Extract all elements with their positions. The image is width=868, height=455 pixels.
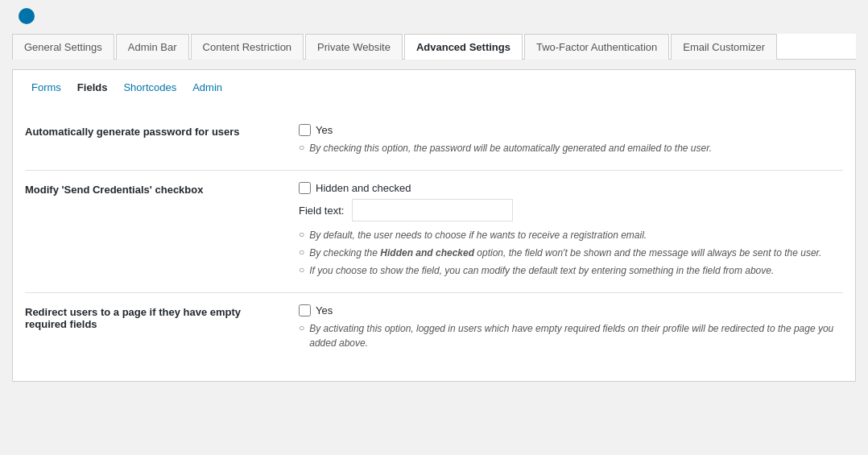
desc-list-auto-password: ○By checking this option, the password w… xyxy=(299,141,843,155)
desc-bullet-send-credentials-1: ○ xyxy=(299,246,304,258)
settings-control-auto-password: Yes○By checking this option, the passwor… xyxy=(299,124,843,159)
top-tab-general[interactable]: General Settings xyxy=(12,34,114,60)
checkbox-send-credentials[interactable] xyxy=(299,182,311,194)
help-icon[interactable] xyxy=(19,8,35,24)
checkbox-label-redirect-empty-fields: Yes xyxy=(316,304,333,316)
checkbox-label-auto-password: Yes xyxy=(316,124,333,136)
top-tab-private-website[interactable]: Private Website xyxy=(305,34,403,60)
checkbox-label-send-credentials: Hidden and checked xyxy=(316,182,411,194)
desc-bold-send-credentials-1: Hidden and checked xyxy=(380,247,474,259)
desc-text-send-credentials-2: If you choose to show the field, you can… xyxy=(309,263,774,278)
sub-tab-admin[interactable]: Admin xyxy=(186,78,229,97)
settings-row-redirect-empty-fields: Redirect users to a page if they have em… xyxy=(25,292,843,365)
top-tab-advanced-settings[interactable]: Advanced Settings xyxy=(404,34,523,60)
settings-label-auto-password: Automatically generate password for user… xyxy=(25,124,299,138)
field-text-input-send-credentials[interactable] xyxy=(352,199,513,221)
top-tab-content-restriction[interactable]: Content Restriction xyxy=(191,34,304,60)
desc-bullet-send-credentials-0: ○ xyxy=(299,229,304,240)
checkbox-row-send-credentials: Hidden and checked xyxy=(299,182,843,194)
desc-bullet-send-credentials-2: ○ xyxy=(299,264,304,275)
desc-text-send-credentials-1: By checking the Hidden and checked optio… xyxy=(309,246,821,260)
checkbox-row-redirect-empty-fields: Yes xyxy=(299,304,843,316)
settings-row-auto-password: Automatically generate password for user… xyxy=(25,113,843,170)
desc-item-auto-password-0: ○By checking this option, the password w… xyxy=(299,141,843,155)
desc-bullet-redirect-empty-fields-0: ○ xyxy=(299,322,304,333)
desc-item-send-credentials-2: ○If you choose to show the field, you ca… xyxy=(299,263,843,278)
top-tabs-bar: General SettingsAdmin BarContent Restric… xyxy=(12,34,856,60)
sub-tabs-bar: FormsFieldsShortcodesAdmin xyxy=(25,78,843,97)
sub-tab-shortcodes[interactable]: Shortcodes xyxy=(117,78,183,97)
field-text-row-send-credentials: Field text: xyxy=(299,199,843,221)
checkbox-auto-password[interactable] xyxy=(299,124,311,136)
desc-list-send-credentials: ○By default, the user needs to choose if… xyxy=(299,228,843,278)
desc-item-send-credentials-0: ○By default, the user needs to choose if… xyxy=(299,228,843,242)
desc-item-redirect-empty-fields-0: ○By activating this option, logged in us… xyxy=(299,321,843,350)
settings-control-send-credentials: Hidden and checkedField text:○By default… xyxy=(299,182,843,281)
settings-label-send-credentials: Modify 'Send Credentials' checkbox xyxy=(25,182,299,196)
desc-bullet-auto-password-0: ○ xyxy=(299,142,304,153)
settings-control-redirect-empty-fields: Yes○By activating this option, logged in… xyxy=(299,304,843,354)
sub-tab-fields[interactable]: Fields xyxy=(71,78,114,97)
desc-list-redirect-empty-fields: ○By activating this option, logged in us… xyxy=(299,321,843,350)
desc-text-redirect-empty-fields-0: By activating this option, logged in use… xyxy=(309,321,843,350)
top-tab-two-factor[interactable]: Two-Factor Authentication xyxy=(524,34,669,60)
settings-label-redirect-empty-fields: Redirect users to a page if they have em… xyxy=(25,304,299,330)
desc-text-send-credentials-0: By default, the user needs to choose if … xyxy=(309,228,647,242)
top-tab-admin-bar[interactable]: Admin Bar xyxy=(116,34,189,60)
field-text-label-send-credentials: Field text: xyxy=(299,205,344,217)
desc-item-send-credentials-1: ○By checking the Hidden and checked opti… xyxy=(299,246,843,260)
sub-tab-forms[interactable]: Forms xyxy=(25,78,68,97)
settings-container: Automatically generate password for user… xyxy=(25,113,843,365)
top-tab-email-customizer[interactable]: Email Customizer xyxy=(671,34,777,60)
page-title-row xyxy=(12,8,856,24)
desc-text-auto-password-0: By checking this option, the password wi… xyxy=(309,141,712,155)
main-content: FormsFieldsShortcodesAdmin Automatically… xyxy=(12,69,856,382)
checkbox-row-auto-password: Yes xyxy=(299,124,843,136)
settings-row-send-credentials: Modify 'Send Credentials' checkboxHidden… xyxy=(25,170,843,292)
page-wrapper: General SettingsAdmin BarContent Restric… xyxy=(0,0,868,455)
checkbox-redirect-empty-fields[interactable] xyxy=(299,304,311,316)
